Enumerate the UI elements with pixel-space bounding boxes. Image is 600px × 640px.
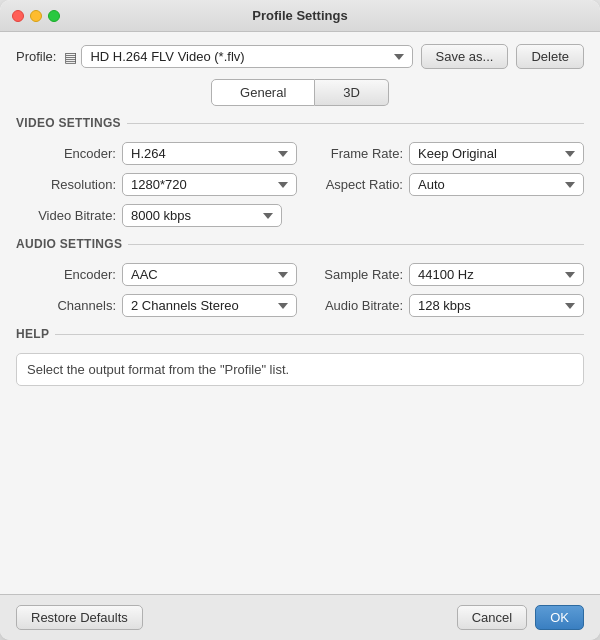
delete-button[interactable]: Delete	[516, 44, 584, 69]
profile-label: Profile:	[16, 49, 56, 64]
video-settings-header: Video Settings	[16, 116, 584, 130]
aspect-ratio-select[interactable]: Auto 4:3 16:9	[409, 173, 584, 196]
audio-form-grid: Encoder: AAC MP3 AC3 Sample Rate: 44100 …	[16, 263, 584, 317]
minimize-button[interactable]	[30, 10, 42, 22]
aspect-ratio-label: Aspect Ratio:	[313, 177, 403, 192]
help-content: Select the output format from the "Profi…	[16, 353, 584, 386]
profile-row: Profile: ▤ HD H.264 FLV Video (*.flv) HD…	[16, 44, 584, 69]
profile-icon: ▤	[64, 49, 77, 65]
audio-settings-header: Audio Settings	[16, 237, 584, 251]
channels-row: Channels: 2 Channels Stereo 1 Channel Mo…	[26, 294, 297, 317]
audio-bitrate-select[interactable]: 128 kbps 64 kbps 192 kbps 320 kbps	[409, 294, 584, 317]
restore-defaults-button[interactable]: Restore Defaults	[16, 605, 143, 630]
help-title: Help	[16, 327, 49, 341]
video-settings-title: Video Settings	[16, 116, 121, 130]
resolution-label: Resolution:	[26, 177, 116, 192]
audio-settings-title: Audio Settings	[16, 237, 122, 251]
video-section-line	[127, 123, 584, 124]
resolution-select[interactable]: 1280*720 1920*1080 3840*2160 Same as sou…	[122, 173, 297, 196]
traffic-lights	[12, 10, 60, 22]
help-header: Help	[16, 327, 584, 341]
frame-rate-label: Frame Rate:	[313, 146, 403, 161]
sample-rate-row: Sample Rate: 44100 Hz 22050 Hz 48000 Hz	[313, 263, 584, 286]
tab-3d[interactable]: 3D	[315, 79, 389, 106]
encoder-row: Encoder: H.264 H.265 MPEG-4	[26, 142, 297, 165]
cancel-button[interactable]: Cancel	[457, 605, 527, 630]
close-button[interactable]	[12, 10, 24, 22]
audio-encoder-label: Encoder:	[26, 267, 116, 282]
encoder-label: Encoder:	[26, 146, 116, 161]
sample-rate-select[interactable]: 44100 Hz 22050 Hz 48000 Hz	[409, 263, 584, 286]
audio-encoder-row: Encoder: AAC MP3 AC3	[26, 263, 297, 286]
encoder-select[interactable]: H.264 H.265 MPEG-4	[122, 142, 297, 165]
channels-select[interactable]: 2 Channels Stereo 1 Channel Mono 5.1 Sur…	[122, 294, 297, 317]
main-content: Profile: ▤ HD H.264 FLV Video (*.flv) HD…	[0, 32, 600, 594]
audio-bitrate-row: Audio Bitrate: 128 kbps 64 kbps 192 kbps…	[313, 294, 584, 317]
window-title: Profile Settings	[252, 8, 347, 23]
resolution-row: Resolution: 1280*720 1920*1080 3840*2160…	[26, 173, 297, 196]
frame-rate-select[interactable]: Keep Original 23.976 24 25 29.97 30	[409, 142, 584, 165]
tabs-container: General 3D	[16, 79, 584, 106]
title-bar: Profile Settings	[0, 0, 600, 32]
aspect-ratio-row: Aspect Ratio: Auto 4:3 16:9	[313, 173, 584, 196]
maximize-button[interactable]	[48, 10, 60, 22]
audio-encoder-select[interactable]: AAC MP3 AC3	[122, 263, 297, 286]
video-bitrate-select[interactable]: 8000 kbps 4000 kbps 6000 kbps 12000 kbps	[122, 204, 282, 227]
ok-button[interactable]: OK	[535, 605, 584, 630]
profile-select[interactable]: HD H.264 FLV Video (*.flv) HD H.264 MP4 …	[81, 45, 412, 68]
footer: Restore Defaults Cancel OK	[0, 594, 600, 640]
tab-general[interactable]: General	[211, 79, 315, 106]
audio-bitrate-label: Audio Bitrate:	[313, 298, 403, 313]
video-bitrate-row: Video Bitrate: 8000 kbps 4000 kbps 6000 …	[16, 204, 584, 227]
sample-rate-label: Sample Rate:	[313, 267, 403, 282]
video-form-grid: Encoder: H.264 H.265 MPEG-4 Frame Rate: …	[16, 142, 584, 196]
window: Profile Settings Profile: ▤ HD H.264 FLV…	[0, 0, 600, 640]
help-text: Select the output format from the "Profi…	[27, 362, 289, 377]
help-section: Help Select the output format from the "…	[16, 327, 584, 386]
channels-label: Channels:	[26, 298, 116, 313]
save-as-button[interactable]: Save as...	[421, 44, 509, 69]
audio-section-line	[128, 244, 584, 245]
frame-rate-row: Frame Rate: Keep Original 23.976 24 25 2…	[313, 142, 584, 165]
video-bitrate-label: Video Bitrate:	[26, 208, 116, 223]
help-section-line	[55, 334, 584, 335]
video-settings-section: Video Settings Encoder: H.264 H.265 MPEG…	[16, 116, 584, 227]
audio-settings-section: Audio Settings Encoder: AAC MP3 AC3 Samp…	[16, 237, 584, 317]
profile-select-wrapper: ▤ HD H.264 FLV Video (*.flv) HD H.264 MP…	[64, 45, 412, 68]
footer-right-buttons: Cancel OK	[457, 605, 584, 630]
